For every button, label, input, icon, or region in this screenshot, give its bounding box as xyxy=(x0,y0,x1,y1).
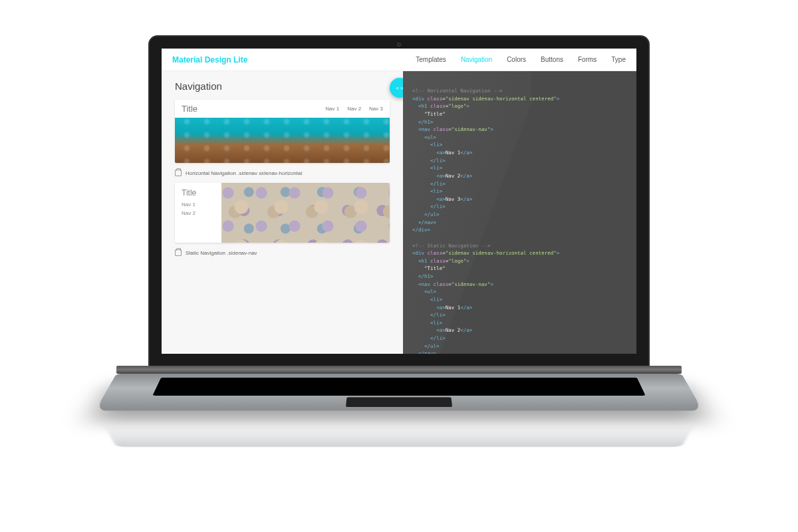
content-area: Navigation < > Title Nav 1Nav 2Nav 3 Hor… xyxy=(162,71,636,354)
demo-image-pebbles xyxy=(221,183,390,243)
demo-nav-item[interactable]: Nav 1 xyxy=(325,106,339,112)
laptop-hinge xyxy=(116,366,682,374)
demo-nav-item[interactable]: Nav 1 xyxy=(182,201,215,207)
menu-item-templates[interactable]: Templates xyxy=(416,56,446,63)
demo-nav-item[interactable]: Nav 2 xyxy=(182,210,215,216)
app-window: Material Design Lite TemplatesNavigation… xyxy=(162,49,636,354)
screen-glare xyxy=(403,71,531,354)
zigzag-edge xyxy=(175,161,390,163)
demo-card-horizontal: Title Nav 1Nav 2Nav 3 xyxy=(175,100,390,163)
menu-item-colors[interactable]: Colors xyxy=(507,56,526,63)
code-panel[interactable]: <!-- Horizontal Navigation --> <div clas… xyxy=(403,71,636,354)
laptop-reflection xyxy=(104,426,694,447)
demo-nav-horizontal: Nav 1Nav 2Nav 3 xyxy=(325,106,383,112)
caption-text: Horizontal Navigation .sidenav sidenav-h… xyxy=(186,170,302,176)
clipboard-icon[interactable] xyxy=(175,170,182,176)
section-title: Navigation xyxy=(175,80,390,92)
clipboard-icon[interactable] xyxy=(175,249,182,256)
demo-image-ocean xyxy=(175,118,390,163)
menu-item-type[interactable]: Type xyxy=(611,56,626,63)
demo-title: Title xyxy=(182,104,198,114)
demo-nav-item[interactable]: Nav 2 xyxy=(347,106,361,112)
laptop-base xyxy=(95,374,702,410)
demo-panel: Navigation < > Title Nav 1Nav 2Nav 3 Hor… xyxy=(162,71,403,354)
laptop-keyboard xyxy=(152,378,645,396)
demo-sidebar: Title Nav 1Nav 2 xyxy=(175,183,221,243)
code-toggle-fab[interactable]: < > xyxy=(390,78,403,98)
top-bar: Material Design Lite TemplatesNavigation… xyxy=(162,49,636,71)
demo-nav-item[interactable]: Nav 3 xyxy=(369,106,383,112)
main-menu: TemplatesNavigationColorsButtonsFormsTyp… xyxy=(416,56,626,63)
demo-card-header: Title Nav 1Nav 2Nav 3 xyxy=(175,100,390,118)
menu-item-navigation[interactable]: Navigation xyxy=(461,56,492,63)
demo-caption-static: Static Navigation .sidenav-nav xyxy=(175,247,390,263)
demo-caption-horizontal: Horizontal Navigation .sidenav sidenav-h… xyxy=(175,167,390,183)
laptop-screen: Material Design Lite TemplatesNavigation… xyxy=(150,37,648,366)
demo-title: Title xyxy=(182,188,215,198)
laptop-camera xyxy=(397,43,401,47)
menu-item-forms[interactable]: Forms xyxy=(578,56,597,63)
zigzag-edge xyxy=(221,241,390,243)
laptop-trackpad xyxy=(346,397,452,407)
demo-card-static: Title Nav 1Nav 2 xyxy=(175,183,390,243)
brand-title[interactable]: Material Design Lite xyxy=(172,55,247,65)
caption-text: Static Navigation .sidenav-nav xyxy=(186,250,257,256)
menu-item-buttons[interactable]: Buttons xyxy=(541,56,563,63)
